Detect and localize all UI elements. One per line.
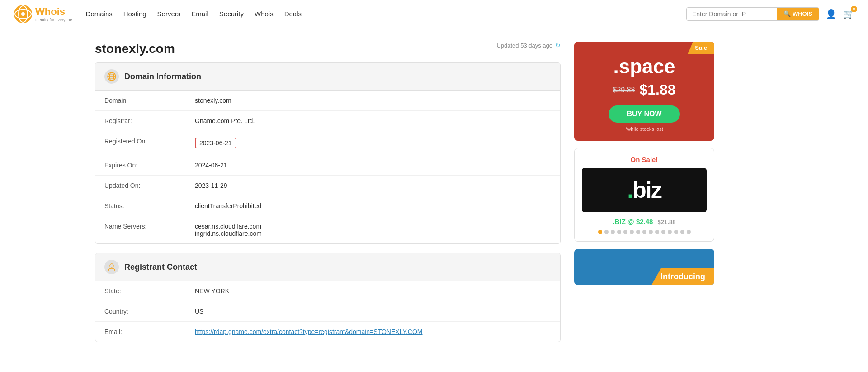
- email-value[interactable]: https://rdap.gname.com/extra/contact?typ…: [186, 322, 560, 342]
- dot-7[interactable]: [636, 230, 640, 234]
- domain-info-title: Domain Information: [124, 72, 201, 81]
- dot-6[interactable]: [630, 230, 634, 234]
- table-row: Country: US: [95, 301, 560, 322]
- page-title: stonexly.com: [95, 42, 175, 56]
- user-account-icon[interactable]: 👤: [826, 9, 837, 19]
- dot-11[interactable]: [661, 230, 665, 234]
- logo[interactable]: Whois Identity for everyone: [14, 5, 72, 24]
- sale-badge: Sale: [688, 42, 714, 54]
- registrant-card: Registrant Contact State: NEW YORK Count…: [95, 253, 561, 342]
- biz-tld: .biz: [627, 177, 661, 203]
- biz-old-price: $21.88: [658, 219, 676, 225]
- sidebar: Sale .space $29.88 $1.88 BUY NOW *while …: [574, 42, 714, 351]
- svg-point-3: [21, 12, 25, 16]
- table-row: State: NEW YORK: [95, 281, 560, 301]
- logo-tagline-label: Identity for everyone: [35, 18, 72, 22]
- nav-whois[interactable]: Whois: [255, 8, 274, 19]
- search-input[interactable]: [687, 8, 777, 20]
- country-value: US: [186, 301, 560, 322]
- buy-now-button[interactable]: BUY NOW: [609, 105, 679, 123]
- dot-12[interactable]: [668, 230, 672, 234]
- dot-3[interactable]: [611, 230, 615, 234]
- expires-on-value: 2024-06-21: [186, 155, 560, 176]
- cart-badge: 0: [851, 6, 857, 12]
- registered-on-value: 2023-06-21: [186, 131, 560, 155]
- domain-label: Domain:: [95, 91, 186, 111]
- content-area: stonexly.com Updated 53 days ago ↻: [95, 42, 561, 351]
- dot-2[interactable]: [604, 230, 609, 234]
- updated-on-value: 2023-11-29: [186, 176, 560, 196]
- space-ad-card: Sale .space $29.88 $1.88 BUY NOW *while …: [574, 42, 714, 141]
- dot-10[interactable]: [655, 230, 659, 234]
- dot-1[interactable]: [598, 230, 602, 234]
- email-label: Email:: [95, 322, 186, 342]
- state-value: NEW YORK: [186, 281, 560, 301]
- title-row: stonexly.com Updated 53 days ago ↻: [95, 42, 561, 61]
- cart-icon[interactable]: 🛒 0: [843, 9, 854, 19]
- domain-value: stonexly.com: [186, 91, 560, 111]
- updated-text: Updated 53 days ago: [496, 42, 552, 49]
- email-link[interactable]: https://rdap.gname.com/extra/contact?typ…: [195, 328, 422, 335]
- carousel-dots: [582, 230, 707, 234]
- nav-security[interactable]: Security: [219, 8, 244, 19]
- updated-info: Updated 53 days ago ↻: [496, 42, 561, 49]
- main-content: stonexly.com Updated 53 days ago ↻: [0, 28, 868, 351]
- nav-hosting[interactable]: Hosting: [123, 8, 146, 19]
- dot-5[interactable]: [623, 230, 627, 234]
- domain-info-header: Domain Information: [95, 63, 560, 91]
- table-row: Registered On: 2023-06-21: [95, 131, 560, 155]
- registrant-title: Registrant Contact: [124, 262, 197, 272]
- nav-email[interactable]: Email: [191, 8, 208, 19]
- nameservers-value: cesar.ns.cloudflare.com ingrid.ns.cloudf…: [186, 216, 560, 244]
- table-row: Domain: stonexly.com: [95, 91, 560, 111]
- search-icon: 🔍: [783, 10, 791, 17]
- space-new-price: $1.88: [639, 81, 675, 98]
- status-label: Status:: [95, 196, 186, 216]
- space-old-price: $29.88: [613, 86, 635, 94]
- person-icon: [107, 262, 116, 272]
- dot-8[interactable]: [642, 230, 646, 234]
- header: Whois Identity for everyone Domains Host…: [0, 0, 868, 28]
- svg-point-9: [110, 264, 113, 267]
- registrant-icon: [104, 260, 119, 274]
- biz-image: .biz: [582, 168, 707, 212]
- domain-info-icon: [104, 69, 119, 84]
- dot-9[interactable]: [649, 230, 653, 234]
- domain-info-table: Domain: stonexly.com Registrar: Gname.co…: [95, 91, 560, 243]
- biz-price-label: .BIZ @ $2.48: [613, 218, 653, 225]
- main-nav: Domains Hosting Servers Email Security W…: [86, 8, 686, 19]
- header-right: 🔍 WHOIS 👤 🛒 0: [686, 7, 854, 21]
- state-label: State:: [95, 281, 186, 301]
- dot-14[interactable]: [680, 230, 684, 234]
- registrant-header: Registrant Contact: [95, 253, 560, 281]
- dot-15[interactable]: [687, 230, 691, 234]
- biz-ad-card: On Sale! .biz .BIZ @ $2.48 $21.88: [574, 148, 714, 242]
- introducing-ad-card: Introducing: [574, 249, 714, 285]
- nav-deals[interactable]: Deals: [284, 8, 302, 19]
- refresh-icon[interactable]: ↻: [555, 42, 561, 49]
- table-row: Registrar: Gname.com Pte. Ltd.: [95, 111, 560, 131]
- dot-13[interactable]: [674, 230, 678, 234]
- search-button[interactable]: 🔍 WHOIS: [777, 8, 819, 20]
- www-icon: [107, 72, 116, 81]
- dot-4[interactable]: [617, 230, 621, 234]
- biz-price: .BIZ @ $2.48 $21.88: [582, 218, 707, 225]
- search-btn-label: WHOIS: [793, 10, 812, 17]
- expires-on-label: Expires On:: [95, 155, 186, 176]
- nav-servers[interactable]: Servers: [157, 8, 181, 19]
- space-tld: .space: [583, 55, 705, 78]
- registered-on-highlighted: 2023-06-21: [195, 138, 236, 148]
- logo-icon: [14, 5, 33, 24]
- table-row: Name Servers: cesar.ns.cloudflare.com in…: [95, 216, 560, 244]
- domain-info-card: Domain Information Domain: stonexly.com …: [95, 62, 561, 244]
- space-price-row: $29.88 $1.88: [583, 81, 705, 98]
- updated-on-label: Updated On:: [95, 176, 186, 196]
- country-label: Country:: [95, 301, 186, 322]
- logo-whois-label: Whois: [35, 6, 72, 18]
- nav-domains[interactable]: Domains: [86, 8, 113, 19]
- table-row: Status: clientTransferProhibited: [95, 196, 560, 216]
- table-row: Expires On: 2024-06-21: [95, 155, 560, 176]
- logo-text: Whois Identity for everyone: [35, 6, 72, 22]
- registrant-table: State: NEW YORK Country: US Email: https…: [95, 281, 560, 342]
- stock-note: *while stocks last: [583, 126, 705, 132]
